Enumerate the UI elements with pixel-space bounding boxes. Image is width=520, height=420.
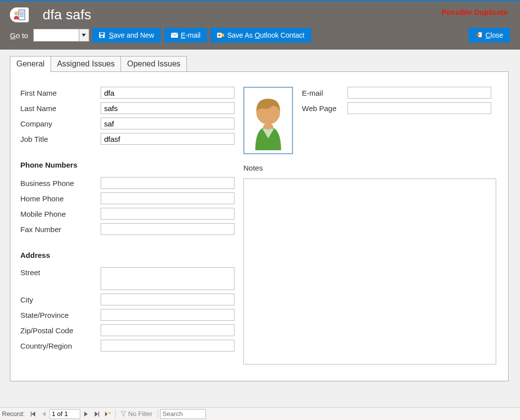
svg-point-11 — [218, 34, 221, 37]
street-field[interactable] — [101, 267, 234, 290]
tab-panel-general: First Name Last Name Company Job Title P… — [10, 71, 509, 381]
contact-card-icon — [10, 7, 29, 22]
page-title: dfa safs — [43, 7, 91, 23]
chevron-down-icon[interactable] — [79, 29, 89, 41]
filter-icon — [120, 411, 126, 417]
close-button[interactable]: Close — [468, 28, 510, 43]
outlook-icon — [217, 32, 224, 38]
first-name-field[interactable] — [101, 87, 234, 99]
home-phone-label: Home Phone — [20, 194, 101, 203]
zip-label: Zip/Postal Code — [20, 326, 101, 335]
right-fields: E-mail Web Page — [302, 87, 491, 118]
company-label: Company — [20, 120, 101, 128]
tab-strip: General Assigned Issues Opened Issues — [10, 56, 520, 72]
close-icon — [475, 32, 482, 38]
address-section-header: Address — [20, 251, 246, 259]
last-record-button[interactable] — [91, 409, 102, 419]
status-search-field[interactable] — [160, 409, 206, 419]
status-bar: Record: No Filter — [0, 407, 520, 420]
tab-opened-issues[interactable]: Opened Issues — [120, 56, 187, 72]
job-title-field[interactable] — [101, 133, 234, 145]
svg-rect-17 — [31, 412, 32, 417]
svg-rect-8 — [101, 36, 103, 37]
country-label: Country/Region — [20, 342, 101, 350]
fax-label: Fax Number — [20, 225, 101, 234]
email-label: E-mail — [302, 89, 347, 97]
home-phone-field[interactable] — [101, 192, 234, 204]
svg-rect-7 — [100, 33, 104, 35]
business-phone-field[interactable] — [101, 177, 234, 189]
zip-field[interactable] — [101, 324, 234, 336]
svg-rect-18 — [98, 412, 99, 417]
filter-label: No Filter — [128, 410, 153, 418]
prev-record-button[interactable] — [39, 409, 50, 419]
city-field[interactable] — [101, 294, 234, 305]
svg-rect-12 — [222, 34, 224, 37]
save-and-new-button[interactable]: Save and New — [92, 28, 161, 43]
email-field[interactable] — [347, 87, 491, 99]
duplicate-warning: Possible Duplicate — [442, 8, 508, 16]
phone-section-header: Phone Numbers — [20, 161, 246, 169]
street-label: Street — [20, 267, 101, 277]
save-icon — [99, 32, 106, 38]
next-record-button[interactable] — [80, 409, 91, 419]
state-field[interactable] — [101, 309, 234, 321]
body-area: General Assigned Issues Opened Issues Fi… — [0, 50, 520, 407]
mobile-phone-label: Mobile Phone — [20, 210, 101, 218]
business-phone-label: Business Phone — [20, 179, 101, 187]
first-record-button[interactable] — [28, 409, 39, 419]
svg-point-16 — [263, 123, 273, 129]
title-row: dfa safs Possible Duplicate — [0, 1, 520, 26]
toolbar: Go to Save and New E-mail Save As Outloo… — [0, 26, 520, 50]
record-label: Record: — [2, 410, 25, 418]
email-button[interactable]: E-mail — [164, 28, 208, 43]
tab-general[interactable]: General — [10, 56, 51, 72]
record-number-field[interactable] — [50, 409, 80, 419]
first-name-label: First Name — [20, 89, 101, 97]
left-column: First Name Last Name Company Job Title P… — [20, 87, 246, 355]
web-field[interactable] — [347, 102, 491, 114]
email-icon — [171, 32, 178, 38]
last-name-field[interactable] — [101, 102, 234, 114]
city-label: City — [20, 296, 101, 304]
company-field[interactable] — [101, 118, 234, 129]
last-name-label: Last Name — [20, 104, 101, 113]
fax-field[interactable] — [101, 223, 234, 235]
goto-label: Go to — [10, 31, 28, 40]
notes-label: Notes — [243, 164, 263, 172]
new-record-button[interactable] — [102, 409, 113, 419]
filter-toggle[interactable]: No Filter — [117, 410, 156, 418]
country-field[interactable] — [101, 340, 234, 352]
web-label: Web Page — [302, 104, 347, 113]
contact-photo[interactable] — [243, 87, 293, 154]
mobile-phone-field[interactable] — [101, 208, 234, 220]
save-as-outlook-button[interactable]: Save As Outlook Contact — [210, 28, 311, 43]
state-label: State/Province — [20, 311, 101, 319]
header-bar: dfa safs Possible Duplicate Go to Save a… — [0, 1, 520, 50]
tab-assigned-issues[interactable]: Assigned Issues — [51, 56, 121, 72]
notes-field[interactable] — [243, 179, 496, 364]
goto-dropdown[interactable] — [33, 29, 89, 42]
job-title-label: Job Title — [20, 135, 101, 143]
svg-point-5 — [14, 11, 18, 15]
